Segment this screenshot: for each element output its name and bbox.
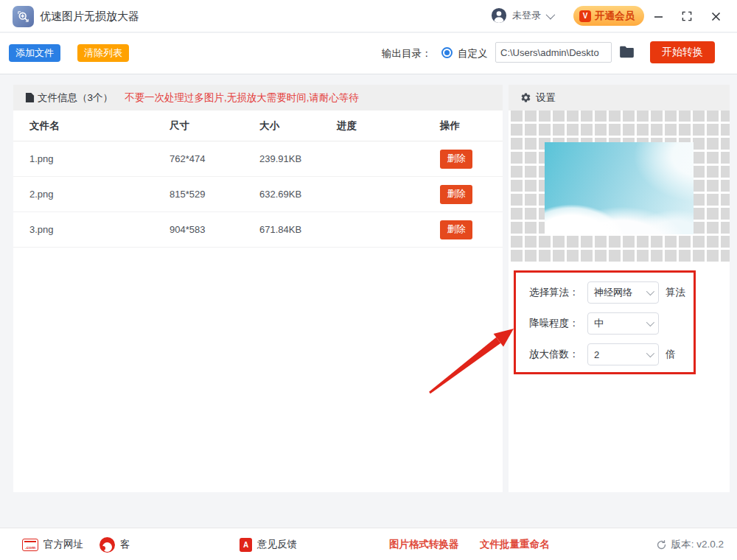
vip-button-label: 开通会员 [595, 10, 635, 23]
settings-title: 设置 [536, 91, 556, 105]
customer-service-label: 客 [120, 538, 130, 551]
action-cell: 删除 [440, 220, 503, 239]
gear-icon [520, 92, 531, 103]
file-size: 671.84KB [259, 224, 337, 235]
settings-form: 选择算法： 神经网络 算法 降噪程度： 中 放大倍数： 2 [509, 264, 730, 365]
clear-list-button[interactable]: 清除列表 [77, 44, 129, 62]
scale-suffix: 倍 [666, 348, 676, 361]
algorithm-value: 神经网络 [594, 286, 646, 299]
col-action: 操作 [440, 119, 503, 133]
version-label: 版本: v2.0.2 [671, 538, 724, 551]
file-size: 239.91KB [259, 153, 337, 164]
col-filename: 文件名 [29, 119, 170, 133]
col-filesize: 大小 [259, 119, 337, 133]
scale-value: 2 [594, 349, 646, 360]
chevron-down-icon [646, 318, 654, 326]
scale-row: 放大倍数： 2 倍 [529, 343, 730, 365]
denoise-select[interactable]: 中 [587, 312, 659, 335]
denoise-label: 降噪程度： [529, 317, 587, 330]
open-vip-button[interactable]: V 开通会员 [573, 6, 644, 26]
customer-service-icon [99, 537, 115, 553]
version-area: 版本: v2.0.2 [656, 528, 724, 560]
file-dimensions: 762*474 [170, 153, 259, 164]
col-progress: 进度 [337, 119, 440, 133]
official-site-label: 官方网址 [43, 538, 83, 551]
action-cell: 删除 [440, 150, 503, 169]
file-size: 632.69KB [259, 189, 337, 200]
output-dir-label: 输出目录： [382, 47, 432, 60]
website-icon: .com [22, 539, 38, 551]
custom-dir-radio[interactable] [441, 47, 453, 58]
batch-rename-label: 文件批量重命名 [480, 538, 550, 551]
preview-image [545, 142, 694, 234]
feedback-icon: A [240, 538, 252, 552]
footer: .com 官方网址 客 A 意见反馈 图片格式转换器 文件批量重命名 版本: v… [0, 528, 737, 560]
algorithm-row: 选择算法： 神经网络 算法 [529, 281, 730, 304]
warning-text: 不要一次处理过多图片,无损放大需要时间,请耐心等待 [125, 91, 359, 105]
delete-button[interactable]: 删除 [440, 185, 472, 204]
table-header: 文件名 尺寸 大小 进度 操作 [13, 111, 503, 141]
transparency-checkerboard [509, 111, 730, 264]
denoise-value: 中 [594, 317, 646, 330]
vip-badge-icon: V [579, 10, 591, 22]
format-converter-label: 图片格式转换器 [389, 538, 459, 551]
login-status-label: 未登录 [512, 9, 541, 22]
add-files-button[interactable]: 添加文件 [9, 44, 60, 62]
feedback-label: 意见反馈 [257, 538, 297, 551]
settings-panel: 设置 选择算法： 神经网络 算法 降噪程度： 中 放大倍 [509, 85, 730, 492]
minimize-button[interactable] [649, 7, 668, 26]
official-site-link[interactable]: .com 官方网址 [22, 528, 83, 560]
file-dimensions: 904*583 [170, 224, 259, 235]
algorithm-label: 选择算法： [529, 286, 587, 299]
user-avatar-icon [491, 7, 507, 24]
chevron-down-icon [546, 10, 556, 19]
file-name: 2.png [29, 189, 170, 200]
settings-header: 设置 [509, 85, 730, 111]
table-row: 3.png 904*583 671.84KB 删除 [13, 212, 503, 248]
browse-folder-icon[interactable] [619, 46, 635, 61]
scale-select[interactable]: 2 [587, 343, 659, 365]
output-path-input[interactable] [495, 42, 612, 63]
chevron-down-icon [646, 349, 654, 357]
file-panel-header: 文件信息（3个） 不要一次处理过多图片,无损放大需要时间,请耐心等待 [13, 85, 503, 111]
file-dimensions: 815*529 [170, 189, 259, 200]
algorithm-suffix: 算法 [666, 286, 685, 299]
start-convert-button[interactable]: 开始转换 [650, 41, 715, 63]
table-row: 1.png 762*474 239.91KB 删除 [13, 141, 503, 177]
table-row: 2.png 815*529 632.69KB 删除 [13, 177, 503, 212]
document-icon [25, 92, 35, 103]
app-title: 优速图片无损放大器 [40, 10, 139, 24]
customer-service-link[interactable]: 客 [99, 528, 130, 560]
file-name: 1.png [29, 153, 170, 164]
file-info-panel: 文件信息（3个） 不要一次处理过多图片,无损放大需要时间,请耐心等待 文件名 尺… [13, 85, 503, 492]
maximize-button[interactable] [677, 7, 696, 26]
delete-button[interactable]: 删除 [440, 150, 472, 169]
titlebar: 优速图片无损放大器 未登录 V 开通会员 [0, 0, 737, 32]
app-window: 优速图片无损放大器 未登录 V 开通会员 [0, 0, 737, 560]
user-account-menu[interactable]: 未登录 [491, 7, 553, 24]
chevron-down-icon [646, 287, 654, 295]
app-logo-icon [13, 6, 34, 27]
algorithm-select[interactable]: 神经网络 [587, 281, 659, 304]
action-cell: 删除 [440, 185, 503, 204]
file-panel-title: 文件信息（3个） [38, 91, 113, 105]
refresh-icon[interactable] [656, 539, 667, 550]
batch-rename-link[interactable]: 文件批量重命名 [480, 528, 550, 560]
delete-button[interactable]: 删除 [440, 220, 472, 239]
format-converter-link[interactable]: 图片格式转换器 [389, 528, 459, 560]
file-name: 3.png [29, 224, 170, 235]
feedback-link[interactable]: A 意见反馈 [240, 528, 297, 560]
close-button[interactable] [706, 7, 725, 26]
col-dimensions: 尺寸 [170, 119, 259, 133]
scale-label: 放大倍数： [529, 348, 587, 361]
denoise-row: 降噪程度： 中 [529, 312, 730, 335]
custom-dir-radio-label: 自定义 [458, 47, 488, 60]
